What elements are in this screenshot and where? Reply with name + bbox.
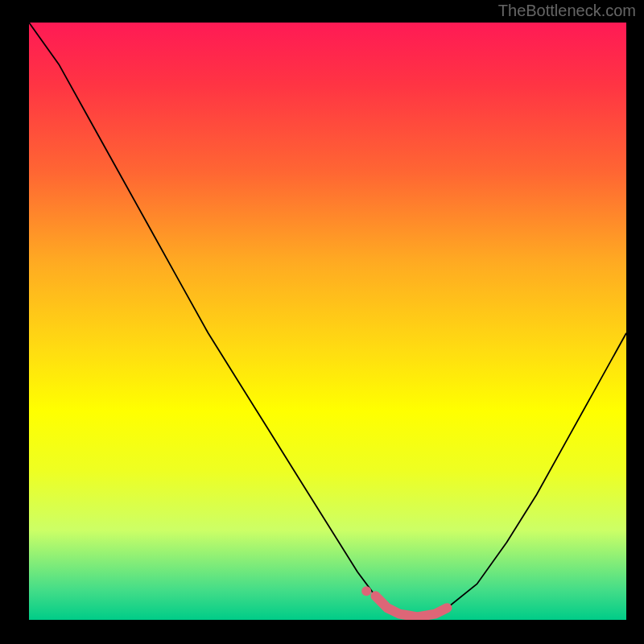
- bottleneck-curve: [29, 23, 626, 617]
- plot-area: [29, 23, 626, 620]
- chart-container: TheBottleneck.com: [0, 0, 644, 644]
- minimum-dot-left: [361, 586, 371, 596]
- watermark-text: TheBottleneck.com: [498, 2, 636, 20]
- minimum-marker: [375, 596, 447, 617]
- chart-svg: [29, 23, 626, 620]
